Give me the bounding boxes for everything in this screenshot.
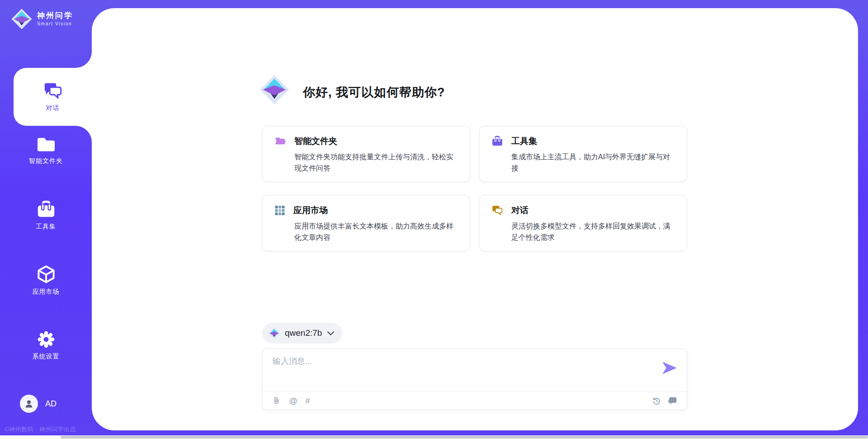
sidebar-item-smart-folder[interactable]: 智能文件夹 <box>0 136 92 165</box>
card-toolset[interactable]: 工具集 集成市场上主流工具，助力AI与外界无缝扩展与对接 <box>479 126 687 182</box>
toolbar-right <box>652 396 678 406</box>
brand: 神州问学 Smart Vision <box>11 8 73 30</box>
sidebar: 神州问学 Smart Vision 对话 智能文件夹 工具集 应用市场 系统设置… <box>0 0 92 439</box>
sidebar-item-label: 系统设置 <box>33 353 60 361</box>
chat-icon <box>43 82 63 100</box>
toolbar-left: @ # <box>272 396 310 406</box>
paperclip-icon[interactable] <box>272 396 281 406</box>
sidebar-item-settings[interactable]: 系统设置 <box>0 330 92 361</box>
briefcase-icon <box>36 200 56 219</box>
message-composer: @ # <box>262 348 687 410</box>
scrollbar-thumb[interactable] <box>61 436 868 439</box>
brand-text: 神州问学 Smart Vision <box>37 11 73 27</box>
grid-icon <box>274 205 285 216</box>
briefcase-icon <box>491 136 503 147</box>
greeting-title: 你好, 我可以如何帮助你? <box>303 84 445 100</box>
brand-name: 神州问学 <box>37 11 73 20</box>
at-mention-icon[interactable]: @ <box>289 396 297 406</box>
sidebar-item-label: 工具集 <box>36 223 56 231</box>
brand-subtitle: Smart Vision <box>37 20 73 27</box>
person-icon <box>24 398 34 409</box>
model-selector[interactable]: qwen2:7b <box>262 323 342 344</box>
composer-input-row <box>263 349 687 391</box>
folder-open-icon <box>274 136 286 147</box>
copyright-footer: ©神州数码 · 神州问学出品 <box>5 425 76 434</box>
card-header: 对话 <box>491 205 675 216</box>
sidebar-item-label: 对话 <box>46 104 60 112</box>
send-button[interactable] <box>661 361 678 375</box>
user-name: AD <box>45 399 57 409</box>
sidebar-item-label: 应用市场 <box>33 288 60 296</box>
card-smart-folder[interactable]: 智能文件夹 智能文件夹功能支持批量文件上传与清洗，轻松实现文件问答 <box>262 126 470 182</box>
sidebar-item-toolset[interactable]: 工具集 <box>0 200 92 231</box>
card-header: 智能文件夹 <box>274 135 458 147</box>
card-description: 智能文件夹功能支持批量文件上传与清洗，轻松实现文件问答 <box>294 151 458 174</box>
gear-icon <box>37 330 55 348</box>
cube-icon <box>37 265 56 284</box>
card-app-market[interactable]: 应用市场 应用市场提供丰富长文本模板，助力高效生成多样化文章内容 <box>262 195 470 251</box>
message-input[interactable] <box>263 349 687 391</box>
model-name: qwen2:7b <box>285 328 322 338</box>
greeting-diamond-icon <box>259 74 290 105</box>
card-title: 智能文件夹 <box>294 135 337 147</box>
model-logo-diamond-icon <box>268 327 280 339</box>
hash-tag-icon[interactable]: # <box>305 396 310 406</box>
comment-icon[interactable] <box>668 396 678 406</box>
sidebar-item-app-market[interactable]: 应用市场 <box>0 265 92 296</box>
chevron-down-icon <box>327 331 334 335</box>
feature-cards: 智能文件夹 智能文件夹功能支持批量文件上传与清洗，轻松实现文件问答 工具集 集成… <box>262 126 687 251</box>
card-description: 集成市场上主流工具，助力AI与外界无缝扩展与对接 <box>511 151 675 174</box>
sidebar-item-label: 智能文件夹 <box>29 157 63 165</box>
composer-toolbar: @ # <box>263 391 687 410</box>
tab-fillet-top <box>75 52 92 68</box>
card-header: 工具集 <box>491 135 675 147</box>
card-header: 应用市场 <box>274 205 458 216</box>
send-icon <box>661 361 678 375</box>
main-panel: 你好, 我可以如何帮助你? 智能文件夹 智能文件夹功能支持批量文件上传与清洗，轻… <box>92 8 858 430</box>
card-title: 对话 <box>511 205 528 216</box>
user-profile[interactable]: AD <box>20 395 57 413</box>
card-description: 灵活切换多模型文件，支持多样回复效果调试，满足个性化需求 <box>511 220 675 243</box>
card-title: 工具集 <box>511 135 537 147</box>
folder-icon <box>36 136 57 153</box>
sidebar-item-chat[interactable]: 对话 <box>14 68 92 126</box>
card-chat[interactable]: 对话 灵活切换多模型文件，支持多样回复效果调试，满足个性化需求 <box>479 195 687 251</box>
card-description: 应用市场提供丰富长文本模板，助力高效生成多样化文章内容 <box>294 220 458 243</box>
avatar <box>20 395 38 413</box>
history-icon[interactable] <box>652 396 661 406</box>
brand-logo-diamond-icon <box>11 8 33 30</box>
chat-bubbles-icon <box>491 205 503 216</box>
card-title: 应用市场 <box>293 205 328 216</box>
horizontal-scrollbar <box>0 435 868 439</box>
